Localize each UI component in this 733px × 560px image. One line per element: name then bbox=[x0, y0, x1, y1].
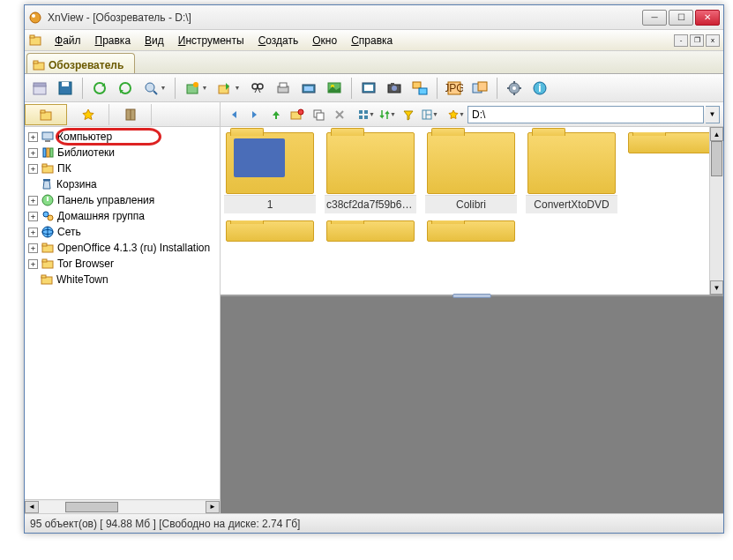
expander-icon[interactable]: + bbox=[28, 132, 38, 142]
expander-icon[interactable]: + bbox=[28, 196, 38, 205]
tree-item-6[interactable]: +Сеть bbox=[25, 224, 220, 240]
tb-export[interactable]: ▼ bbox=[213, 77, 243, 100]
tb-info[interactable]: i bbox=[528, 77, 551, 100]
main-area: ▼ ▼ ▼ ▼ ▼ +Компьютер+Библиотеки+ПККорзин… bbox=[25, 102, 723, 513]
tb-zoom[interactable]: ▼ bbox=[139, 77, 169, 100]
tb-wallpaper[interactable] bbox=[323, 77, 346, 100]
tree-h-scrollbar[interactable]: ◄► bbox=[25, 499, 220, 513]
nav-favorite[interactable]: ▼ bbox=[446, 105, 466, 124]
expander-icon[interactable]: + bbox=[28, 148, 38, 158]
tree-item-9[interactable]: WhiteTown bbox=[25, 272, 220, 287]
nav-copy[interactable] bbox=[309, 105, 328, 124]
sidebar-tab-categories[interactable] bbox=[109, 104, 152, 125]
file-grid[interactable]: 1c38cf2da7f59b6c...ColibriConvertXtoDVD bbox=[221, 127, 723, 295]
menu-file[interactable]: Файл bbox=[48, 33, 88, 49]
svg-rect-63 bbox=[42, 132, 53, 139]
split-handle[interactable] bbox=[453, 294, 491, 298]
tb-acquire[interactable]: ▼ bbox=[181, 77, 211, 100]
grid-v-scrollbar[interactable]: ▲▼ bbox=[709, 127, 723, 295]
nav-back[interactable] bbox=[224, 105, 243, 124]
expander-icon[interactable]: + bbox=[28, 164, 38, 174]
preview-pane bbox=[221, 295, 723, 513]
tb-capture[interactable] bbox=[383, 77, 406, 100]
folder-item[interactable] bbox=[425, 220, 517, 242]
menu-edit[interactable]: Правка bbox=[88, 33, 138, 49]
svg-rect-28 bbox=[364, 85, 373, 91]
folder-item[interactable]: Colibri bbox=[425, 132, 517, 213]
nav-view-mode[interactable]: ▼ bbox=[356, 105, 376, 124]
svg-rect-37 bbox=[478, 82, 487, 91]
folder-item[interactable] bbox=[626, 132, 718, 153]
tb-open[interactable] bbox=[28, 77, 51, 100]
mdi-restore[interactable]: ❐ bbox=[690, 34, 704, 47]
folder-icon bbox=[226, 132, 314, 194]
minimize-button[interactable]: ─ bbox=[642, 10, 667, 26]
mdi-close[interactable]: x bbox=[706, 34, 720, 47]
path-dropdown[interactable]: ▼ bbox=[706, 106, 720, 123]
nav-delete[interactable] bbox=[330, 105, 349, 124]
folder-item[interactable]: ConvertXtoDVD bbox=[526, 132, 617, 213]
svg-point-74 bbox=[48, 215, 53, 220]
tree-item-1[interactable]: +Библиотеки bbox=[25, 145, 220, 161]
tb-print[interactable] bbox=[272, 77, 295, 100]
expander-icon[interactable]: + bbox=[28, 259, 38, 269]
menu-tools[interactable]: Инструменты bbox=[171, 33, 251, 49]
mdi-minimize[interactable]: - bbox=[674, 34, 688, 47]
tb-find[interactable] bbox=[246, 77, 269, 100]
tree-item-5[interactable]: +Домашняя группа bbox=[25, 208, 220, 224]
svg-text:i: i bbox=[538, 82, 541, 94]
tb-settings[interactable] bbox=[503, 77, 526, 100]
tree-item-2[interactable]: +ПК bbox=[25, 161, 220, 176]
folder-item[interactable] bbox=[224, 220, 316, 242]
book-icon bbox=[123, 108, 138, 122]
tab-browser[interactable]: Обозреватель bbox=[26, 53, 135, 73]
tb-jpeg[interactable]: JPG bbox=[443, 77, 466, 100]
svg-rect-58 bbox=[359, 116, 363, 119]
tree-item-8[interactable]: +Tor Browser bbox=[25, 256, 220, 272]
folder-item[interactable] bbox=[325, 220, 416, 242]
folder-tree[interactable]: +Компьютер+Библиотеки+ПККорзина+Панель у… bbox=[25, 127, 221, 513]
close-button[interactable]: ✕ bbox=[695, 10, 720, 26]
tree-item-4[interactable]: +Панель управления bbox=[25, 192, 220, 208]
tb-scanner[interactable] bbox=[297, 77, 320, 100]
svg-rect-59 bbox=[364, 116, 368, 119]
menu-window[interactable]: Окно bbox=[305, 33, 344, 49]
control-icon bbox=[41, 193, 55, 207]
maximize-button[interactable]: ☐ bbox=[669, 10, 693, 26]
tree-label: ПК bbox=[57, 162, 71, 175]
tb-batch[interactable] bbox=[468, 77, 491, 100]
expander-icon[interactable]: + bbox=[28, 228, 38, 237]
nav-up[interactable] bbox=[266, 105, 286, 124]
menu-view[interactable]: Вид bbox=[138, 33, 171, 49]
nav-new-folder[interactable] bbox=[288, 105, 307, 124]
nav-layout[interactable]: ▼ bbox=[420, 105, 439, 124]
svg-rect-47 bbox=[41, 110, 45, 113]
libraries-icon bbox=[41, 146, 55, 160]
tb-slideshow[interactable] bbox=[357, 77, 380, 100]
folder-icon bbox=[33, 59, 45, 71]
folder-icon bbox=[41, 161, 55, 175]
nav-toolbar: ▼ ▼ ▼ ▼ ▼ bbox=[221, 102, 723, 127]
tree-item-7[interactable]: +OpenOffice 4.1.3 (ru) Installation bbox=[25, 240, 220, 256]
tb-reload[interactable] bbox=[114, 77, 137, 100]
svg-rect-5 bbox=[34, 61, 38, 63]
tree-item-0[interactable]: +Компьютер bbox=[25, 129, 220, 145]
nav-filter[interactable] bbox=[399, 105, 418, 124]
expander-icon[interactable]: + bbox=[28, 243, 38, 253]
tb-save[interactable] bbox=[54, 77, 77, 100]
folder-item[interactable]: 1 bbox=[224, 132, 316, 213]
folder-caption: 1 bbox=[224, 195, 316, 213]
nav-forward[interactable] bbox=[245, 105, 265, 124]
menu-help[interactable]: Справка bbox=[344, 33, 400, 49]
tb-convert[interactable] bbox=[408, 77, 431, 100]
sidebar-tab-folders[interactable] bbox=[25, 104, 67, 125]
svg-rect-81 bbox=[42, 259, 47, 262]
tb-refresh[interactable] bbox=[88, 77, 111, 100]
menu-create[interactable]: Создать bbox=[251, 33, 306, 49]
folder-item[interactable]: c38cf2da7f59b6c... bbox=[325, 132, 416, 213]
tree-item-3[interactable]: Корзина bbox=[25, 176, 220, 192]
sidebar-tab-favorites[interactable] bbox=[67, 104, 109, 125]
nav-sort[interactable]: ▼ bbox=[378, 105, 397, 124]
path-input[interactable] bbox=[467, 106, 704, 123]
expander-icon[interactable]: + bbox=[28, 212, 38, 221]
